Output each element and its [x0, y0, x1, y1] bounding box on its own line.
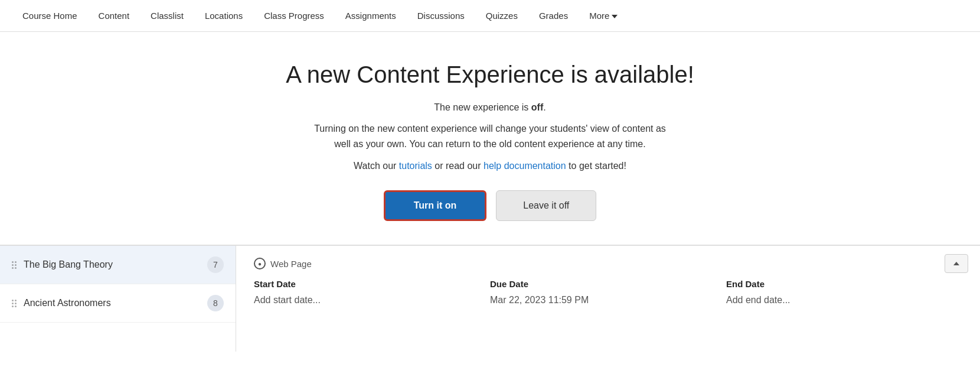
sidebar-item-count: 7 — [207, 256, 224, 273]
web-page-row: ● Web Page — [254, 258, 962, 269]
modal-description: Turning on the new content experience wi… — [307, 121, 673, 151]
sidebar-item-ancient-astronomers[interactable]: Ancient Astronomers 8 — [0, 284, 236, 323]
sidebar-item-count: 8 — [207, 295, 224, 311]
help-doc-link[interactable]: help documentation — [484, 161, 566, 171]
end-date-header: End Date — [726, 279, 962, 289]
nav-assignments[interactable]: Assignments — [335, 0, 407, 32]
sidebar-item-label: Ancient Astronomers — [24, 298, 200, 308]
modal-buttons: Turn it on Leave it off — [12, 190, 968, 221]
navigation-bar: Course Home Content Classlist Locations … — [0, 0, 980, 32]
sidebar-item-label: The Big Bang Theory — [24, 259, 200, 270]
drag-handle-icon — [12, 261, 17, 269]
dates-row: Start Date Add start date... Due Date Ma… — [254, 279, 962, 306]
nav-class-progress[interactable]: Class Progress — [253, 0, 335, 32]
due-date-col: Due Date Mar 22, 2023 11:59 PM — [490, 279, 726, 306]
modal-links-prefix: Watch our — [354, 161, 399, 171]
modal-status-suffix: . — [543, 102, 545, 112]
nav-quizzes[interactable]: Quizzes — [475, 0, 528, 32]
sidebar-item-big-bang[interactable]: The Big Bang Theory 7 — [0, 246, 236, 284]
modal-links-middle: or read our — [432, 161, 484, 171]
tutorials-link[interactable]: tutorials — [399, 161, 432, 171]
nav-classlist[interactable]: Classlist — [140, 0, 194, 32]
web-page-label: Web Page — [270, 259, 312, 269]
start-date-value[interactable]: Add start date... — [254, 295, 490, 306]
turn-it-on-button[interactable]: Turn it on — [384, 190, 487, 221]
leave-it-off-button[interactable]: Leave it off — [496, 190, 596, 221]
bottom-section: The Big Bang Theory 7 Ancient Astronomer… — [0, 245, 980, 352]
modal-status-prefix: The new experience is — [434, 102, 531, 112]
content-panel: ● Web Page Start Date Add start date... … — [236, 246, 980, 352]
globe-icon: ● — [254, 258, 266, 269]
nav-more[interactable]: More — [579, 0, 628, 32]
nav-content[interactable]: Content — [88, 0, 141, 32]
content-experience-modal: A new Content Experience is available! T… — [0, 32, 980, 245]
chevron-down-icon — [612, 15, 618, 18]
modal-links: Watch our tutorials or read our help doc… — [12, 161, 968, 171]
nav-locations[interactable]: Locations — [194, 0, 253, 32]
modal-status-value: off — [531, 102, 543, 112]
end-date-col: End Date Add end date... — [726, 279, 962, 306]
start-date-col: Start Date Add start date... — [254, 279, 490, 306]
modal-links-suffix: to get started! — [566, 161, 626, 171]
nav-discussions[interactable]: Discussions — [407, 0, 475, 32]
end-date-value[interactable]: Add end date... — [726, 295, 962, 306]
due-date-value[interactable]: Mar 22, 2023 11:59 PM — [490, 295, 726, 306]
modal-status: The new experience is off. — [12, 102, 968, 113]
nav-more-label: More — [589, 11, 609, 21]
modal-title: A new Content Experience is available! — [12, 61, 968, 88]
nav-course-home[interactable]: Course Home — [12, 0, 88, 32]
collapse-button[interactable] — [945, 254, 968, 273]
sidebar: The Big Bang Theory 7 Ancient Astronomer… — [0, 246, 236, 352]
drag-handle-icon — [12, 300, 17, 307]
due-date-header: Due Date — [490, 279, 726, 289]
start-date-header: Start Date — [254, 279, 490, 289]
nav-grades[interactable]: Grades — [528, 0, 579, 32]
chevron-up-icon — [953, 262, 959, 265]
